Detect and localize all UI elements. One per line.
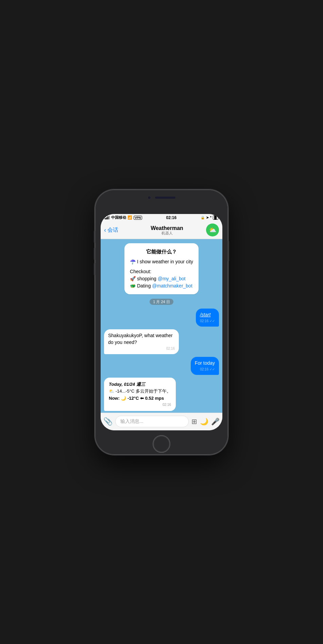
back-chevron-icon: ‹ (104, 227, 106, 234)
date-label: 1 月 24 日 (150, 299, 173, 305)
date-separator: 1 月 24 日 (104, 298, 219, 304)
rocket-icon: 🚀 (130, 276, 136, 281)
message-today-text: For today (195, 360, 215, 366)
signal-icon (105, 216, 110, 219)
message-start: /start 02:16 ✓✓ (196, 309, 219, 327)
message-row-weather: Today, 01/24 週三 ⛅ -14...-5°C 多云开始于下午。 No… (104, 378, 219, 411)
input-bar: 📎 输入消息... ⊞ 🌙 🎤 (101, 413, 222, 430)
input-actions: ⊞ 🌙 🎤 (191, 417, 220, 426)
back-button[interactable]: ‹ 会话 (104, 227, 128, 234)
welcome-title: 它能做什么？ (130, 248, 193, 256)
carrier-label: 中国移动 (111, 215, 126, 220)
bot-reply-text: ShakuyakukyoP, what weather do you need? (108, 332, 175, 346)
nav-bar: ‹ 会话 Weatherman 机器人 ⛅ (101, 221, 222, 239)
status-bar: 中国移动 📶 VPN 02:16 🔒 ➤ * ▉ (101, 214, 222, 221)
phone-screen: 中国移动 📶 VPN 02:16 🔒 ➤ * ▉ ‹ 会话 Weatherman… (101, 214, 222, 430)
now-temp: -12°C (128, 396, 140, 401)
status-left: 中国移动 📶 VPN (105, 215, 142, 220)
battery-icon: ▉ (213, 215, 218, 220)
nav-subtitle: 机器人 (128, 231, 206, 235)
checkmarks-icon-2: ✓✓ (209, 367, 215, 371)
message-row-bot-reply: ShakuyakukyoP, what weather do you need?… (104, 329, 219, 354)
intro-text: I show weather in your city (137, 259, 193, 264)
bot-avatar: ⛅ (206, 224, 219, 236)
phone-outer: 中国移动 📶 VPN 02:16 🔒 ➤ * ▉ ‹ 会话 Weatherman… (95, 190, 228, 455)
weather-date: Today, 01/24 週三 (109, 381, 171, 388)
wind-arrow-icon: ⬅ (140, 396, 144, 401)
cloud-icon: ⛅ (209, 226, 216, 234)
message-row-start: /start 02:16 ✓✓ (104, 309, 219, 327)
top-elements (95, 196, 228, 199)
status-time: 02:16 (166, 215, 176, 220)
weather-bubble: Today, 01/24 週三 ⛅ -14...-5°C 多云开始于下午。 No… (104, 378, 176, 411)
back-label[interactable]: 会话 (107, 227, 118, 234)
location-icon: ➤ (206, 216, 209, 219)
weather-forecast: ⛅ -14...-5°C 多云开始于下午。 (109, 388, 171, 395)
shopping-line: 🚀 shopping @my_ali_bot (130, 275, 193, 282)
weather-time: 02:16 (109, 402, 171, 408)
front-camera (148, 196, 151, 199)
message-text: /start (200, 311, 215, 318)
partly-cloudy-icon: ⛅ (109, 389, 114, 394)
dating-line: 🐲 Dating @matchmaker_bot (130, 282, 193, 290)
emoji-icon[interactable]: 🌙 (200, 417, 208, 426)
message-bot-reply: ShakuyakukyoP, what weather do you need?… (104, 329, 179, 354)
weather-now: Now: 🌙 -12°C ⬅ 0.52 mps (109, 395, 171, 402)
forecast-text: -14...-5°C 多云开始于下午。 (116, 389, 171, 394)
now-wind: 0.52 mps (145, 396, 164, 401)
checkout-label: Checkout: (130, 268, 193, 275)
dragon-icon: 🐲 (130, 283, 136, 288)
message-row-today: For today 02:16 ✓✓ (104, 357, 219, 375)
message-today-time: 02:16 ✓✓ (195, 367, 215, 372)
welcome-bubble: 它能做什么？ ☂️ I show weather in your city Ch… (124, 243, 199, 295)
vpn-badge: VPN (134, 216, 142, 220)
nav-center: Weatherman 机器人 (128, 225, 206, 235)
lock-icon: 🔒 (201, 216, 205, 219)
nav-title: Weatherman (128, 225, 206, 231)
umbrella-icon: ☂️ (130, 259, 136, 264)
input-placeholder: 输入消息... (120, 418, 143, 425)
dating-link[interactable]: @matchmaker_bot (152, 283, 192, 288)
status-right: 🔒 ➤ * ▉ (201, 215, 218, 220)
welcome-intro: ☂️ I show weather in your city (130, 258, 193, 265)
shopping-link[interactable]: @my_ali_bot (158, 276, 186, 281)
speaker (155, 197, 175, 199)
bluetooth-icon: * (210, 216, 211, 219)
message-input[interactable]: 输入消息... (115, 416, 189, 427)
message-today: For today 02:16 ✓✓ (191, 357, 219, 375)
home-button[interactable] (153, 435, 170, 453)
dating-text: Dating (137, 283, 152, 288)
bot-reply-time: 02:16 (108, 346, 175, 351)
chat-area: 它能做什么？ ☂️ I show weather in your city Ch… (101, 239, 222, 413)
now-label: Now: (109, 396, 121, 401)
wifi-icon: 📶 (128, 215, 132, 220)
sticker-icon[interactable]: ⊞ (191, 417, 197, 426)
checkout-section: Checkout: 🚀 shopping @my_ali_bot 🐲 Datin… (130, 268, 193, 290)
shopping-text: shopping (137, 276, 158, 281)
attach-icon[interactable]: 📎 (103, 417, 113, 426)
message-time: 02:16 ✓✓ (200, 319, 215, 324)
mic-icon[interactable]: 🎤 (211, 417, 220, 426)
checkmarks-icon: ✓✓ (209, 319, 215, 323)
moon-icon: 🌙 (121, 396, 126, 401)
